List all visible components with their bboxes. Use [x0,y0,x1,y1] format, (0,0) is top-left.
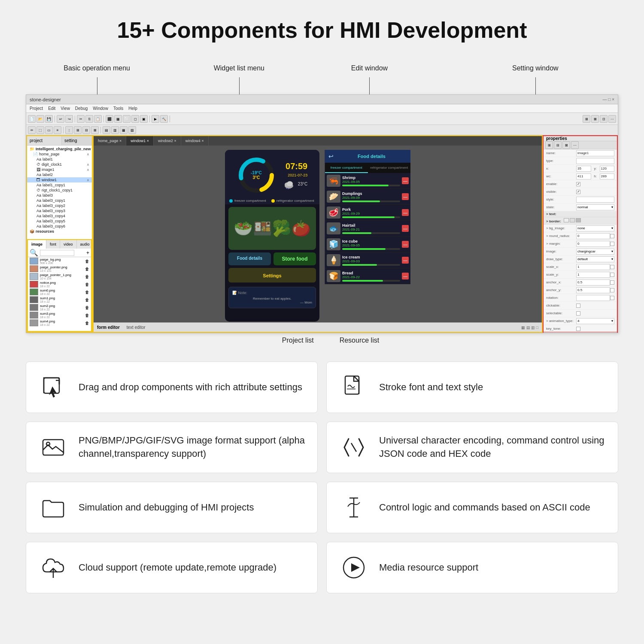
prop-bgimage-select[interactable]: none▾ [576,225,614,231]
prop-scalex-value[interactable]: 1 [576,264,610,270]
toolbar2-btn-5[interactable]: ⋮ [65,126,73,134]
prop-anchorx-cb[interactable] [610,280,614,285]
tree-item-resources[interactable]: 📦resources [27,229,92,234]
toolbar2-btn-12[interactable]: ▧ [128,126,136,134]
prop-scalex-cb[interactable] [610,265,614,269]
prop-roundradius-value[interactable]: 0 [576,233,610,239]
add-resource-btn[interactable]: + [86,250,89,256]
toolbar-btn-copy[interactable]: ⎘ [85,115,93,123]
prop-x-value[interactable]: 35 [576,166,591,172]
prop-h-value[interactable]: 289 [600,173,615,179]
bottom-tab-text[interactable]: text editor [127,325,146,330]
prop-toolbar-btn2[interactable]: ⊟ [554,141,562,149]
prop-scaley-value[interactable]: 1 [576,272,610,278]
prop-state-select[interactable]: normal▾ [576,204,614,210]
toolbar-btn-build[interactable]: 🔨 [160,115,168,123]
tree-item-root[interactable]: 📁Intelligent_charging_pile_new [27,146,92,152]
toolbar2-btn-2[interactable]: ⬚ [36,126,44,134]
resource-item-4[interactable]: sum0.png 18 x 22 🗑 [28,288,91,296]
prop-margin-cb[interactable] [610,242,614,246]
delete-resource-6[interactable]: 🗑 [85,305,89,310]
toolbar-btn-save[interactable]: 💾 [45,115,53,123]
prop-selectable-cb[interactable] [576,311,580,316]
resource-item-5[interactable]: sum1.png 18 x 22 🗑 [28,296,91,304]
prop-visible-checkbox[interactable]: ✓ [576,190,580,194]
toolbar-btn-3[interactable]: ⬜ [123,115,131,123]
resource-tab-image[interactable]: image [28,240,46,249]
del-hairtail[interactable]: — [402,225,409,232]
toolbar-btn-1[interactable]: ⬛ [106,115,113,123]
food-details-btn[interactable]: Food details [228,252,271,265]
tab-refrigerator[interactable]: refrigerator compartment [368,163,411,173]
toolbar2-btn-6[interactable]: ⊞ [74,126,82,134]
tree-item-label1[interactable]: Aalabel1 [27,157,92,162]
del-icecube[interactable]: — [402,241,409,248]
menu-project[interactable]: Project [30,106,43,111]
resource-tab-font[interactable]: font [46,240,60,249]
bottom-tab-form[interactable]: form editor [97,325,120,330]
prop-roundradius-cb[interactable] [610,234,614,238]
delete-resource-0[interactable]: 🗑 [85,259,89,264]
tree-item-rigt-clock[interactable]: ⏱rigt_clock1_copy1 [27,188,92,193]
delete-resource-5[interactable]: 🗑 [85,298,89,302]
resource-item-7[interactable]: sum3.png 18 x 22 🗑 [28,311,91,319]
toolbar2-btn-11[interactable]: ▦ [120,126,128,134]
prop-type-value[interactable] [576,158,614,164]
settings-btn[interactable]: Settings [228,268,316,283]
prop-toolbar-btn3[interactable]: ⊠ [562,141,570,149]
resource-item-0[interactable]: paige_bg.png 500 x 200 🗑 [28,257,91,265]
prop-image-select[interactable]: chargingcar▾ [576,249,614,255]
del-shrimp[interactable]: — [402,177,409,184]
tree-item-label1-copy1[interactable]: Aalabel1_copy1 [27,182,92,188]
resource-tab-audio[interactable]: audio [77,240,94,249]
tab-window1[interactable]: window1 × [126,136,154,146]
prop-rotation-value[interactable] [576,295,610,301]
toolbar2-btn-4[interactable]: ≡ [54,126,61,134]
del-dumplings[interactable]: — [402,193,409,200]
tree-item-image1[interactable]: 🖼image1∧ [27,167,92,172]
toolbar-btn-cut[interactable]: ✂ [77,115,85,123]
menu-help[interactable]: Help [128,106,137,111]
back-arrow[interactable]: ↩ [328,153,334,160]
del-pork[interactable]: — [402,209,409,216]
prop-scaley-cb[interactable] [610,273,614,277]
toolbar-btn-r2[interactable]: ⊠ [591,115,599,123]
toolbar-btn-2[interactable]: ▦ [114,115,122,123]
prop-clickable-cb[interactable] [576,304,580,308]
tree-item-digit-clock1[interactable]: ⏱digit_clock1∧ [27,162,92,167]
toolbar2-btn-9[interactable]: ▤ [103,126,110,134]
prop-w-value[interactable]: 411 [576,173,591,179]
tab-freezer[interactable]: freezer compartment [325,163,368,173]
delete-resource-1[interactable]: 🗑 [85,267,89,271]
resource-item-8[interactable]: sum4.png 18 x 22 🗑 [28,319,91,327]
prop-anchorx-value[interactable]: 0.5 [576,279,610,286]
toolbar-btn-r1[interactable]: ⊞ [583,115,590,123]
tree-item-label2[interactable]: Aalabel2 [27,172,92,177]
toolbar2-btn-10[interactable]: ▥ [111,126,119,134]
tree-item-label3[interactable]: Aalabel3 [27,193,92,198]
prop-toolbar-btn4[interactable]: ⋯ [571,141,579,149]
tree-item-label3-c5[interactable]: Aalabel3_copy5 [27,219,92,224]
menu-view[interactable]: View [61,106,70,111]
delete-resource-4[interactable]: 🗑 [85,290,89,295]
toolbar-btn-redo[interactable]: ↪ [65,115,73,123]
tree-item-label3-c3[interactable]: Aalabel3_copy3 [27,208,92,213]
tab-window4[interactable]: window4 × [181,136,209,146]
toolbar2-btn-7[interactable]: ⊟ [82,126,90,134]
prop-keytone-cb[interactable] [576,327,580,331]
tree-item-label3-c2[interactable]: Aalabel3_copy2 [27,203,92,208]
toolbar-btn-4[interactable]: ◻ [131,115,139,123]
tree-item-label3-c1[interactable]: Aalabel3_copy1 [27,198,92,203]
menu-debug[interactable]: Debug [75,106,88,111]
prop-enable-checkbox[interactable]: ✓ [576,182,580,186]
prop-anchory-value[interactable]: 0.5 [576,287,610,293]
tree-item-homepage[interactable]: 📄home_page∧ [27,152,92,157]
store-food-btn[interactable]: Store food [273,252,316,265]
resource-item-1[interactable]: paige_pointer.png 13 x 131 🗑 [28,265,91,273]
prop-style-value[interactable] [576,197,614,203]
menu-edit[interactable]: Edit [48,106,55,111]
toolbar-btn-open[interactable]: 📂 [36,115,44,123]
resource-item-3[interactable]: notice.png 18 x 22 🗑 [28,280,91,288]
delete-resource-8[interactable]: 🗑 [85,321,89,325]
prop-rotation-cb[interactable] [610,296,614,300]
